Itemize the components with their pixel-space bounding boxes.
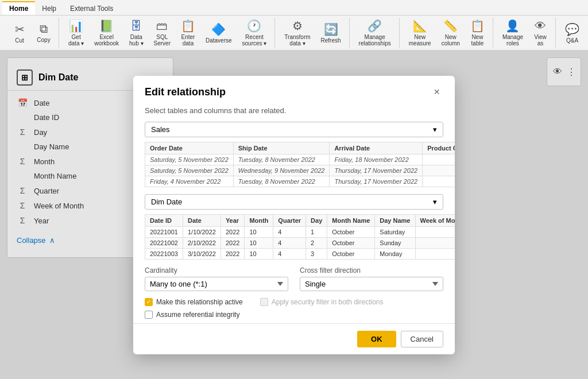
new-table-icon: 📋 xyxy=(470,19,485,33)
new-column-button[interactable]: 📏 Newcolumn xyxy=(438,18,463,48)
table-row: 20221002 2/10/2022 2022 10 4 2 October S… xyxy=(145,237,455,248)
new-column-label: Newcolumn xyxy=(442,34,460,47)
recent-label: Recentsources ▾ xyxy=(242,34,267,47)
recent-sources-button[interactable]: 🕐 Recentsources ▾ xyxy=(239,18,270,48)
recent-icon: 🕐 xyxy=(247,19,261,33)
ribbon-toolbar: ✂ Cut ⧉ Copy 📊 Getdata ▾ 📗 Excelworkbook… xyxy=(0,16,588,50)
qa-icon: 💬 xyxy=(565,22,579,36)
cut-button[interactable]: ✂ Cut xyxy=(9,18,30,48)
refresh-icon: 🔄 xyxy=(324,22,338,36)
manage-relationships-button[interactable]: 🔗 Managerelationships xyxy=(355,18,394,48)
sql-server-button[interactable]: 🗃 SQLServer xyxy=(150,18,174,48)
top-table-chevron: ▾ xyxy=(433,125,437,134)
close-button[interactable]: × xyxy=(430,85,443,99)
cardinality-label: Cardinality xyxy=(145,266,288,274)
view-as-button[interactable]: 👁 Viewas xyxy=(530,18,551,48)
integrity-checkbox[interactable]: Assume referential integrity xyxy=(145,311,239,319)
sales-table: Order Date Ship Date Arrival Date Produc… xyxy=(145,142,455,187)
active-checkbox-box[interactable] xyxy=(145,298,153,306)
get-data-icon: 📊 xyxy=(69,19,83,33)
security-filter-checkbox: Apply security filter in both directions xyxy=(260,298,384,306)
manage-rel-label: Managerelationships xyxy=(359,34,391,47)
cardinality-col: Cardinality Many to one (*:1) One to man… xyxy=(145,266,288,291)
col-quarter: Quarter xyxy=(273,214,306,226)
cardinality-section: Cardinality Many to one (*:1) One to man… xyxy=(145,266,443,291)
active-relationship-checkbox[interactable]: Make this relationship active xyxy=(145,298,243,306)
ribbon: Home Help External Tools ✂ Cut ⧉ Copy 📊 … xyxy=(0,0,588,51)
main-area: ⊞ Dim Date 📅 Date Date ID Σ Day Day Name… xyxy=(0,51,588,379)
col-arrival-date: Arrival Date xyxy=(330,142,423,154)
transform-icon: ⚙ xyxy=(292,19,303,33)
col-week-of-month: Week of Month xyxy=(415,214,455,226)
ribbon-group-security: 👤 Manageroles 👁 Viewas xyxy=(494,18,556,48)
view-as-label: Viewas xyxy=(534,34,547,47)
data-hub-button[interactable]: 🗄 Datahub ▾ xyxy=(126,18,146,48)
security-checkbox-box xyxy=(260,298,268,306)
ribbon-group-qa: 💬 Q&A 🌐 Languagesetup 📝 Linguisticschema… xyxy=(557,18,588,48)
cut-icon: ✂ xyxy=(15,22,25,36)
enter-data-button[interactable]: 📋 Enterdata xyxy=(177,18,199,48)
copy-label: Copy xyxy=(37,37,50,43)
ribbon-tab-bar: Home Help External Tools xyxy=(0,0,588,16)
new-table-label: Newtable xyxy=(471,34,484,47)
table-row: Saturday, 5 November 2022 Tuesday, 8 Nov… xyxy=(145,154,455,165)
view-as-icon: 👁 xyxy=(535,20,546,33)
tab-help[interactable]: Help xyxy=(35,1,63,15)
qa-label: Q&A xyxy=(566,37,578,44)
edit-relationship-dialog: Edit relationship × Select tables and co… xyxy=(133,76,455,354)
qa-button[interactable]: 💬 Q&A xyxy=(562,18,583,48)
new-measure-button[interactable]: 📐 Newmeasure xyxy=(405,18,435,48)
tab-external-tools[interactable]: External Tools xyxy=(63,1,120,15)
transform-data-button[interactable]: ⚙ Transformdata ▾ xyxy=(281,18,314,48)
col-product-count: Product Count xyxy=(423,142,455,154)
dialog-footer: OK Cancel xyxy=(133,323,455,354)
dim-date-table: Date ID Date Year Month Quarter Day Mont… xyxy=(145,214,455,260)
table-row: 20221001 1/10/2022 2022 10 4 1 October S… xyxy=(145,226,455,237)
table-row: Saturday, 5 November 2022 Wednesday, 9 N… xyxy=(145,165,455,176)
cardinality-select[interactable]: Many to one (*:1) One to many (1:*) One … xyxy=(145,277,288,291)
new-column-icon: 📏 xyxy=(443,19,458,33)
top-table-select[interactable]: Sales ▾ xyxy=(145,122,443,137)
col-month: Month xyxy=(245,214,273,226)
get-data-button[interactable]: 📊 Getdata ▾ xyxy=(65,18,87,48)
security-checkbox-label: Apply security filter in both directions xyxy=(272,298,384,306)
bottom-table-chevron: ▾ xyxy=(433,198,437,206)
table-row: Friday, 4 November 2022 Tuesday, 8 Novem… xyxy=(145,176,455,187)
enter-data-icon: 📋 xyxy=(181,19,195,33)
manage-roles-icon: 👤 xyxy=(505,19,520,33)
dataverse-label: Dataverse xyxy=(206,37,232,44)
new-measure-label: Newmeasure xyxy=(409,34,431,47)
tab-home[interactable]: Home xyxy=(2,1,35,15)
ok-button[interactable]: OK xyxy=(357,331,396,347)
manage-rel-icon: 🔗 xyxy=(368,19,382,33)
data-hub-label: Datahub ▾ xyxy=(129,34,143,47)
col-day: Day xyxy=(306,214,327,226)
dialog-overlay: Edit relationship × Select tables and co… xyxy=(0,51,588,379)
integrity-checkbox-label: Assume referential integrity xyxy=(156,311,239,319)
col-order-date: Order Date xyxy=(145,142,234,154)
cross-filter-select[interactable]: Single Both xyxy=(300,277,443,291)
integrity-checkbox-box[interactable] xyxy=(145,311,153,319)
refresh-button[interactable]: 🔄 Refresh xyxy=(318,18,345,48)
dataverse-button[interactable]: 🔷 Dataverse xyxy=(202,18,235,48)
refresh-label: Refresh xyxy=(321,37,341,44)
transform-label: Transformdata ▾ xyxy=(284,34,310,47)
cross-filter-label: Cross filter direction xyxy=(300,266,443,274)
bottom-table-select[interactable]: Dim Date ▾ xyxy=(145,194,443,210)
col-date: Date xyxy=(183,214,220,226)
cross-filter-col: Cross filter direction Single Both xyxy=(300,266,443,291)
col-month-name: Month Name xyxy=(327,214,375,226)
excel-button[interactable]: 📗 Excelworkbook xyxy=(91,18,122,48)
get-data-label: Getdata ▾ xyxy=(68,34,84,47)
ribbon-group-data: 📊 Getdata ▾ 📗 Excelworkbook 🗄 Datahub ▾ … xyxy=(60,18,275,48)
new-table-button[interactable]: 📋 Newtable xyxy=(467,18,488,48)
manage-roles-button[interactable]: 👤 Manageroles xyxy=(499,18,527,48)
cancel-button[interactable]: Cancel xyxy=(401,331,443,347)
ribbon-group-relationships: 🔗 Managerelationships xyxy=(351,18,400,48)
dialog-titlebar: Edit relationship × xyxy=(133,76,455,104)
col-day-name: Day Name xyxy=(375,214,415,226)
dataverse-icon: 🔷 xyxy=(211,22,226,36)
copy-button[interactable]: ⧉ Copy xyxy=(33,18,54,48)
integrity-row: Assume referential integrity xyxy=(145,311,443,319)
excel-icon: 📗 xyxy=(99,19,114,33)
